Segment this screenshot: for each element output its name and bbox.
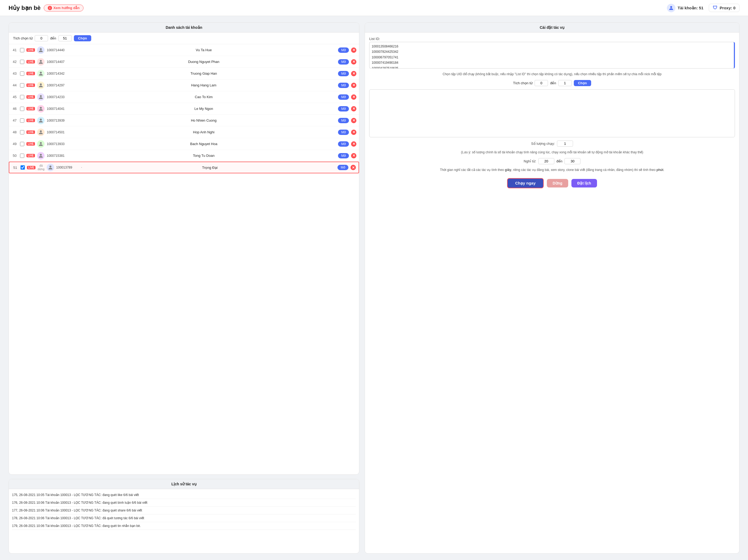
history-action: - LỌC TƯƠNG TÁC: đang quét bình luận 6/6… xyxy=(71,501,147,505)
phut-bold: phút xyxy=(656,168,663,172)
delete-button[interactable]: ✕ xyxy=(351,59,356,65)
right-column: Cài đặt tác vụ List ID: 1000135084662161… xyxy=(365,22,740,554)
list-id-section: List ID: 1000135084662161000078244253421… xyxy=(369,37,735,69)
avatar xyxy=(47,164,54,171)
uid-to-label: đến xyxy=(550,81,556,85)
row-checkbox[interactable] xyxy=(20,95,24,99)
svg-point-4 xyxy=(40,83,42,85)
delete-button[interactable]: ✕ xyxy=(351,153,356,159)
uid-textarea[interactable] xyxy=(369,89,735,137)
row-number: 51 xyxy=(12,166,18,170)
live-badge: LIVE xyxy=(26,48,35,52)
svg-point-6 xyxy=(40,107,42,108)
row-id: 1000714041 xyxy=(47,107,69,111)
delete-button[interactable]: ✕ xyxy=(351,129,356,135)
svg-point-8 xyxy=(40,130,42,132)
history-item: 177, 26-08-2021 10:06 Tài khoản 100013 -… xyxy=(12,507,356,514)
list-id-label: List ID: xyxy=(369,37,735,41)
uid-to-input[interactable] xyxy=(558,80,572,86)
svg-point-2 xyxy=(40,60,42,62)
live-badge: LIVE xyxy=(26,130,35,134)
select-to-input[interactable] xyxy=(59,35,72,41)
history-text: 177, 26-08-2021 10:06 Tài khoản 100013 xyxy=(12,509,71,512)
select-to-label: đến xyxy=(50,36,56,40)
dat-lich-button[interactable]: Đặt lịch xyxy=(571,179,597,188)
delete-button[interactable]: ✕ xyxy=(351,94,356,100)
table-row: 49 LIVE 1000713933 Bach Nguyet Hoa Mở ✕ xyxy=(9,138,359,150)
delete-button[interactable]: ✕ xyxy=(351,165,356,170)
row-number: 46 xyxy=(11,107,18,111)
row-number: 43 xyxy=(11,71,18,75)
header-right: Tài khoản: 51 🛡 Proxy: 0 xyxy=(667,4,740,12)
row-checkbox[interactable] xyxy=(20,107,24,111)
table-row: 51 LIVE đãdừng 100013789 · Trọng Đại Mở … xyxy=(9,162,359,173)
row-name: Trọng Đại xyxy=(84,166,335,170)
history-item: 179, 26-08-2021 10:06 Tài khoản 100013 -… xyxy=(12,522,356,530)
mo-button[interactable]: Mở xyxy=(338,106,349,112)
row-checkbox[interactable] xyxy=(20,130,24,135)
delete-button[interactable]: ✕ xyxy=(351,83,356,88)
uid-from-input[interactable] xyxy=(535,80,548,86)
delete-button[interactable]: ✕ xyxy=(351,106,356,112)
svg-point-5 xyxy=(40,95,42,97)
so-luong-input[interactable] xyxy=(557,141,573,147)
mo-button[interactable]: Mở xyxy=(338,153,349,159)
nghi-from-input[interactable] xyxy=(538,158,554,164)
header: Hủy bạn bè i Xem hướng dẫn Tài khoản: 51… xyxy=(0,0,748,16)
help-button[interactable]: i Xem hướng dẫn xyxy=(44,4,84,11)
row-checkbox[interactable] xyxy=(20,71,24,76)
row-number: 47 xyxy=(11,118,18,122)
mo-button[interactable]: Mở xyxy=(338,94,349,100)
mo-button[interactable]: Mở xyxy=(338,47,349,53)
chon-button[interactable]: Chọn xyxy=(74,35,91,41)
stopped-text: đãdừng xyxy=(38,164,44,171)
avatar xyxy=(37,128,45,136)
dung-button[interactable]: Dừng xyxy=(547,179,568,188)
mo-button[interactable]: Mở xyxy=(338,141,349,147)
table-row: 43 LIVE 1000714342 Truong Giap Han Mở ✕ xyxy=(9,68,359,79)
delete-button[interactable]: ✕ xyxy=(351,118,356,123)
table-row: 45 LIVE 1000714233 Cao To Kim Mở ✕ xyxy=(9,91,359,103)
mo-button[interactable]: Mở xyxy=(338,129,349,135)
row-checkbox[interactable] xyxy=(21,165,25,170)
chay-button[interactable]: Chạy ngay xyxy=(507,178,544,188)
delete-button[interactable]: ✕ xyxy=(351,141,356,147)
delete-button[interactable]: ✕ xyxy=(351,47,356,53)
delete-button[interactable]: ✕ xyxy=(351,71,356,76)
history-action: - LỌC TƯƠNG TÁC: đã quét tương tác 6/6 b… xyxy=(71,516,144,520)
nghi-to-input[interactable] xyxy=(564,158,581,164)
row-name: Ho Nhien Cuong xyxy=(71,118,336,122)
so-luong-note: (Lưu ý: số lượng chính là số tài khoản c… xyxy=(369,150,735,155)
row-checkbox[interactable] xyxy=(20,153,24,158)
live-badge: LIVE xyxy=(26,60,35,64)
list-id-box[interactable]: 1000135084662161000078244253421000067970… xyxy=(369,42,735,69)
row-id: 1000714297 xyxy=(47,83,69,87)
mo-button[interactable]: Mở xyxy=(338,59,349,65)
history-text: 178, 26-08-2021 10:06 Tài khoản 100013 xyxy=(12,516,71,520)
row-checkbox[interactable] xyxy=(20,118,24,123)
row-checkbox[interactable] xyxy=(20,60,24,64)
svg-point-9 xyxy=(40,142,42,144)
row-checkbox[interactable] xyxy=(20,142,24,146)
row-name: Hang Hang Lam xyxy=(71,83,336,87)
select-from-input[interactable] xyxy=(35,35,48,41)
row-id: 100013789 xyxy=(56,166,79,169)
history-text: 176, 26-08-2021 10:06 Tài khoản 100013 xyxy=(12,501,71,505)
mo-button[interactable]: Mở xyxy=(338,83,349,88)
mo-button[interactable]: Mở xyxy=(337,165,348,170)
history-text: 179, 26-08-2021 10:06 Tài khoản 100013 xyxy=(12,524,71,528)
row-id: 1000715381 xyxy=(47,154,69,157)
mo-button[interactable]: Mở xyxy=(338,71,349,76)
account-list-header: Danh sách tài khoản xyxy=(9,23,359,32)
row-checkbox[interactable] xyxy=(20,83,24,88)
row-checkbox[interactable] xyxy=(20,48,24,52)
mo-button[interactable]: Mở xyxy=(338,118,349,123)
svg-point-0 xyxy=(670,6,672,8)
uid-chon-button[interactable]: Chọn xyxy=(574,80,591,86)
live-badge: LIVE xyxy=(26,83,35,87)
history-text: 175, 26-08-2021 10:05 Tài khoản 100013 xyxy=(12,493,71,497)
row-dot: · xyxy=(81,165,82,170)
history-item: 178, 26-08-2021 10:06 Tài khoản 100013 -… xyxy=(12,514,356,522)
row-number: 44 xyxy=(11,83,18,87)
header-left: Hủy bạn bè i Xem hướng dẫn xyxy=(8,4,84,11)
